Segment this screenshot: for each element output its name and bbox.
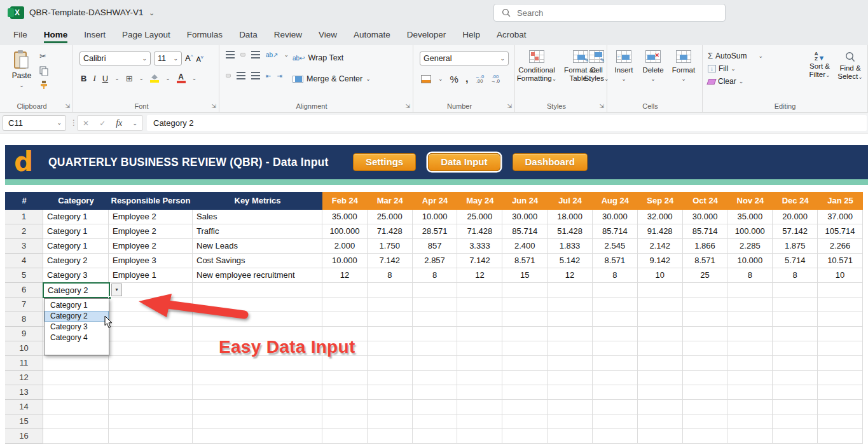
row-number[interactable]: 2 [5,224,43,239]
data-input-button[interactable]: Data Input [428,153,500,171]
cell-value[interactable] [368,327,413,341]
cell-value[interactable] [502,312,548,327]
cell-value[interactable] [368,298,413,312]
cell-value[interactable] [413,298,458,312]
cell-value[interactable] [368,341,413,356]
cell-value[interactable]: 2.142 [638,239,683,254]
cell-value[interactable]: 85.714 [593,224,638,239]
accounting-chevron-icon[interactable]: ⌄ [438,76,443,82]
cell-value[interactable] [502,400,548,414]
cell-value[interactable] [548,371,593,385]
cell-category[interactable]: Category 2 [43,254,109,268]
cell-value[interactable] [638,414,683,429]
italic-button[interactable]: I [93,73,95,83]
dropdown-option[interactable]: Category 2 [45,311,109,322]
month-header[interactable]: Jun 24 [502,192,548,210]
cell-category[interactable]: Category 1 [43,239,109,254]
cell-value[interactable] [727,429,773,444]
row-number[interactable]: 15 [5,414,43,429]
font-color-button[interactable]: A [177,74,186,83]
tab-review[interactable]: Review [266,25,310,45]
cell-value[interactable] [683,400,728,414]
cell-value[interactable]: 2.285 [727,239,773,254]
find-select-button[interactable]: Find & Select⌄ [834,51,867,81]
cell-value[interactable] [593,341,638,356]
cell-value[interactable] [502,371,548,385]
search-box[interactable] [493,4,726,22]
cell-styles-button[interactable]: ✎ Cell Styles⌄ [584,50,609,83]
tab-insert[interactable]: Insert [76,25,114,45]
grow-font-button[interactable]: A^ [185,53,193,63]
cell-value[interactable] [457,400,502,414]
cell-value[interactable] [638,312,683,327]
cell-value[interactable] [638,371,683,385]
cell-value[interactable]: 35.000 [322,210,368,224]
cell-value[interactable] [502,327,548,341]
align-top-icon[interactable] [226,51,235,58]
cell-value[interactable]: 10.571 [818,254,863,268]
borders-button[interactable]: ⊞ [126,74,133,83]
month-header[interactable]: Mar 24 [368,192,413,210]
cell-value[interactable]: 2.266 [818,239,863,254]
month-header[interactable]: Oct 24 [683,192,728,210]
cell-value[interactable] [818,371,863,385]
cell-metric[interactable] [193,414,322,429]
cell-value[interactable] [413,356,458,371]
cell-value[interactable] [593,298,638,312]
row-number[interactable]: 11 [5,356,43,371]
cell-value[interactable] [548,298,593,312]
cell-value[interactable] [818,414,863,429]
cell-value[interactable] [727,356,773,371]
document-title-chevron-icon[interactable]: ⌄ [149,0,155,25]
cell-value[interactable] [773,356,818,371]
conditional-formatting-button[interactable]: Conditional Formatting⌄ [513,50,560,83]
cell-value[interactable] [818,283,863,298]
cell-value[interactable] [502,414,548,429]
cell-value[interactable] [638,429,683,444]
settings-button[interactable]: Settings [353,153,416,171]
cell-value[interactable] [727,414,773,429]
cell-value[interactable] [502,283,548,298]
row-number[interactable]: 7 [5,298,43,312]
dashboard-button[interactable]: Dashboard [513,153,588,171]
cell-value[interactable] [593,371,638,385]
font-launcher-icon[interactable]: ⇲ [211,103,216,109]
cell-value[interactable] [413,371,458,385]
dropdown-option[interactable]: Category 1 [45,300,109,311]
cell-value[interactable] [773,298,818,312]
cell-person[interactable] [109,356,193,371]
cell-value[interactable]: 12 [548,268,593,283]
cell-value[interactable]: 8 [368,268,413,283]
cell-value[interactable] [683,312,728,327]
sort-filter-button[interactable]: AZ▼ Sort & Filter⌄ [803,51,836,79]
cell-value[interactable] [818,312,863,327]
cell-value[interactable] [773,327,818,341]
cell-value[interactable] [818,356,863,371]
cell-value[interactable]: 15 [502,268,548,283]
cell-value[interactable]: 57.142 [773,224,818,239]
cell-value[interactable]: 71.428 [457,224,502,239]
cell-value[interactable] [683,429,728,444]
cell-value[interactable]: 30.000 [683,210,728,224]
format-button[interactable]: Format⌄ [668,50,699,83]
cell-value[interactable] [683,385,728,400]
insert-button[interactable]: ← Insert⌄ [610,50,638,83]
cell-value[interactable] [548,400,593,414]
cell-person[interactable] [109,400,193,414]
cell-value[interactable]: 8 [727,268,773,283]
shrink-font-button[interactable]: Av [196,54,203,63]
cell-value[interactable]: 8.571 [502,254,548,268]
row-number[interactable]: 6 [5,283,43,298]
selected-cell[interactable]: Category 2 [43,282,110,298]
cell-value[interactable]: 85.714 [502,224,548,239]
fx-chevron-icon[interactable]: ⌄ [132,120,137,127]
cell-value[interactable] [593,327,638,341]
cell-value[interactable]: 25.000 [457,210,502,224]
cell-value[interactable] [683,327,728,341]
tab-page-layout[interactable]: Page Layout [114,25,179,45]
percent-style-icon[interactable]: % [450,74,458,85]
cell-value[interactable]: 8 [773,268,818,283]
cell-metric[interactable]: New Leads [193,239,322,254]
cell-value[interactable] [457,327,502,341]
cell-value[interactable]: 2.400 [502,239,548,254]
